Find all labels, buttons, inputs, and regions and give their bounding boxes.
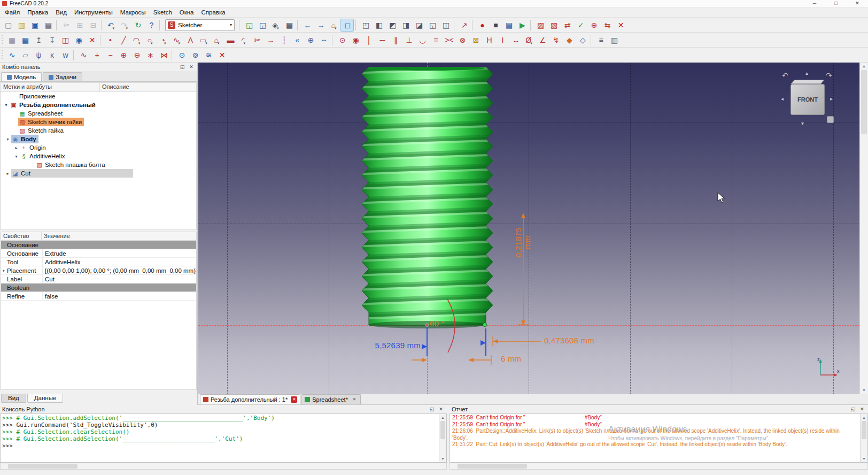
undock-icon[interactable]: ◱ bbox=[849, 406, 857, 413]
section-view-icon[interactable]: ◫ bbox=[58, 34, 72, 47]
macro-edit-icon[interactable]: ▤ bbox=[502, 19, 515, 32]
external-geometry-icon[interactable]: « bbox=[290, 34, 304, 47]
join-curves-icon[interactable]: ⋈ bbox=[157, 49, 170, 62]
rear-view-icon[interactable]: ◪ bbox=[412, 19, 425, 32]
scrollbar-thumb[interactable] bbox=[862, 421, 866, 439]
refresh-icon[interactable]: ↻ bbox=[131, 19, 144, 32]
property-value[interactable] bbox=[42, 241, 196, 249]
property-row-refine[interactable]: Refine false bbox=[1, 292, 196, 301]
constraint-perpendicular-icon[interactable]: ⊥ bbox=[402, 34, 415, 47]
constraint-vertical-distance-icon[interactable]: I bbox=[495, 34, 509, 47]
rendering-order-icon[interactable]: ≡ bbox=[594, 34, 607, 47]
constraint-horizontal-icon[interactable]: ─ bbox=[375, 34, 389, 47]
constraint-lock-icon[interactable]: ⊠ bbox=[469, 34, 482, 47]
report-scrollbar[interactable]: ▲ ▼ bbox=[860, 414, 867, 462]
create-rectangle-icon[interactable]: ▭ ▾ bbox=[197, 34, 210, 47]
scroll-down-icon[interactable]: ▼ bbox=[861, 455, 867, 462]
bottom-view-icon[interactable]: ◱ bbox=[425, 19, 439, 32]
show-curvature-comb-icon[interactable]: ψ bbox=[32, 49, 45, 62]
close-icon[interactable]: ✕ bbox=[437, 406, 445, 413]
print-icon[interactable]: ▤ bbox=[41, 19, 55, 32]
select-origin-icon[interactable]: ⊚ bbox=[188, 49, 201, 62]
expand-arrow-icon[interactable]: ▾ bbox=[4, 137, 11, 142]
scroll-up-icon[interactable]: ▲ bbox=[860, 63, 868, 70]
extend-edge-icon[interactable]: → bbox=[264, 34, 277, 47]
axonometric-view-icon[interactable]: ◰ bbox=[359, 19, 372, 32]
carbon-copy-icon[interactable]: ⊕ bbox=[304, 34, 317, 47]
constraint-parallel-icon[interactable]: ∥ bbox=[389, 34, 402, 47]
macro-execute-icon[interactable]: ▶ bbox=[515, 19, 529, 32]
decrease-knot-multiplicity-icon[interactable]: ⊖ bbox=[130, 49, 143, 62]
property-value[interactable]: [(0,00 0,00 1,00); 0,00 °; (0,00 mm 0,00… bbox=[42, 266, 196, 274]
navcube-rotate-right-icon[interactable]: ↷ bbox=[826, 71, 832, 80]
scroll-down-icon[interactable]: ▼ bbox=[860, 387, 868, 394]
fit-all-icon[interactable]: ◱ bbox=[242, 19, 255, 32]
close-button[interactable]: ✕ bbox=[847, 0, 868, 7]
workbench-selector[interactable]: S Sketcher ▾ bbox=[165, 19, 235, 31]
minimize-button[interactable]: ─ bbox=[804, 0, 825, 7]
tab-data[interactable]: Данные bbox=[27, 394, 64, 403]
navcube-arrow-right-icon[interactable]: ▸ bbox=[830, 96, 833, 102]
tree-item-sketch-plashka-bolta[interactable]: ▨ Sketch плашка болта bbox=[1, 160, 196, 169]
property-row-tool[interactable]: Tool AdditiveHelix bbox=[1, 258, 196, 266]
whats-this-icon[interactable]: ? bbox=[144, 19, 158, 32]
cut-icon[interactable]: ✂ bbox=[59, 19, 73, 32]
property-row-placement[interactable]: ▸ Placement [(0,00 0,00 1,00); 0,00 °; (… bbox=[1, 266, 196, 275]
macro-record-icon[interactable]: ● bbox=[475, 19, 489, 32]
export-geometry-icon[interactable]: ↥ bbox=[32, 34, 45, 47]
undock-icon[interactable]: ◱ bbox=[179, 64, 186, 71]
redo-icon[interactable]: ↷ ▾ bbox=[118, 19, 131, 32]
map-sketch-icon[interactable]: ⇄ bbox=[560, 19, 574, 32]
expand-arrow-icon[interactable]: ▸ bbox=[13, 145, 20, 150]
viewport-scrollbar[interactable]: ▲ ▼ bbox=[859, 63, 868, 394]
convert-to-bspline-icon[interactable]: ∿ bbox=[76, 49, 90, 62]
insert-knot-icon[interactable]: ∗ bbox=[143, 49, 157, 62]
scroll-up-icon[interactable]: ▲ bbox=[439, 414, 446, 421]
tree-column-labels[interactable]: Метки и атрибуты bbox=[1, 83, 100, 91]
left-view-icon[interactable]: ◫ bbox=[439, 19, 452, 32]
menu-tools[interactable]: Инструменты bbox=[71, 9, 117, 16]
top-view-icon[interactable]: ◩ bbox=[385, 19, 399, 32]
close-icon[interactable]: ✕ bbox=[858, 406, 866, 413]
paste-icon[interactable]: ⊟ bbox=[86, 19, 99, 32]
trim-edge-icon[interactable]: ✂ bbox=[250, 34, 264, 47]
fit-selection-icon[interactable]: ◲ bbox=[255, 19, 269, 32]
expand-arrow-icon[interactable]: ▾ bbox=[13, 154, 20, 159]
tree-item-application[interactable]: Приложение bbox=[1, 92, 196, 101]
navcube-arrow-up-icon[interactable]: ▴ bbox=[805, 70, 808, 76]
property-value[interactable]: AdditiveHelix bbox=[42, 258, 196, 266]
constraint-block-icon[interactable]: ⊗ bbox=[455, 34, 469, 47]
constraint-tangent-icon[interactable]: ◡ bbox=[415, 34, 429, 47]
navcube-minicube-icon[interactable] bbox=[827, 116, 834, 123]
create-polyline-icon[interactable]: Λ bbox=[183, 34, 197, 47]
close-tab-icon[interactable]: ✕ bbox=[351, 396, 358, 403]
expand-arrow-icon[interactable]: ▸ bbox=[1, 269, 7, 273]
constraint-angle-icon[interactable]: ∠ bbox=[536, 34, 549, 47]
create-conic-icon[interactable]: ◔ ▾ bbox=[157, 34, 170, 47]
constraint-vertical-icon[interactable]: │ bbox=[362, 34, 375, 47]
select-redundant-constraints-icon[interactable]: ≋ bbox=[201, 49, 215, 62]
decrease-bspline-degree-icon[interactable]: − bbox=[103, 49, 117, 62]
scrollbar-thumb[interactable] bbox=[458, 464, 527, 469]
constraint-equal-icon[interactable]: = bbox=[429, 34, 442, 47]
create-circle-icon[interactable]: ○ ▾ bbox=[143, 34, 157, 47]
expand-arrow-icon[interactable]: ▸ bbox=[4, 171, 11, 176]
navcube-rotate-left-icon[interactable]: ↶ bbox=[782, 71, 788, 80]
new-document-icon[interactable]: ▢ bbox=[1, 19, 14, 32]
draw-style-icon[interactable]: ◈ ▾ bbox=[269, 19, 282, 32]
increase-knot-multiplicity-icon[interactable]: ⊕ bbox=[117, 49, 130, 62]
merge-sketches-icon[interactable]: ⊕ bbox=[587, 19, 600, 32]
undo-icon[interactable]: ↶ ▾ bbox=[104, 19, 118, 32]
python-console-input[interactable]: >>> # Gui.Selection.addSelection('______… bbox=[0, 413, 447, 463]
menu-edit[interactable]: Правка bbox=[24, 9, 52, 16]
dimension-label-offset[interactable]: 0,473608 mm bbox=[544, 336, 594, 345]
stop-operation-icon[interactable]: ✕ bbox=[614, 19, 627, 32]
constraint-diameter-icon[interactable]: Ø ▾ bbox=[522, 34, 536, 47]
increase-bspline-degree-icon[interactable]: + bbox=[90, 49, 103, 62]
dimension-label-angle[interactable]: 60 ° bbox=[430, 319, 445, 328]
property-value[interactable]: Cut bbox=[42, 275, 196, 283]
property-column-name[interactable]: Свойство bbox=[1, 232, 42, 240]
tab-view[interactable]: Вид bbox=[1, 394, 26, 403]
measure-distance-icon[interactable]: ↗ bbox=[457, 19, 470, 32]
constraint-horizontal-distance-icon[interactable]: H bbox=[482, 34, 495, 47]
